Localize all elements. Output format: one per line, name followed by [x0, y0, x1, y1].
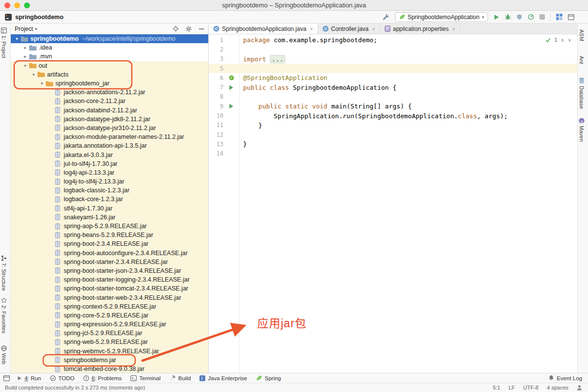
- fullscreen-window-button[interactable]: [24, 2, 30, 8]
- code-line[interactable]: 7public class SpringbootdemoApplication …: [209, 82, 577, 92]
- tree-item[interactable]: jakarta.el-3.0.3.jar: [11, 150, 208, 159]
- tool-button-maven[interactable]: mMaven: [579, 118, 585, 142]
- tree-item[interactable]: spring-boot-autoconfigure-2.3.4.RELEASE.…: [11, 249, 208, 258]
- close-icon[interactable]: ×: [372, 26, 375, 32]
- tree-item[interactable]: ▾springbootdemo_jar: [11, 79, 208, 88]
- tree-item[interactable]: ▸.mvn: [11, 52, 208, 61]
- tree-item[interactable]: spring-expression-5.2.9.RELEASE.jar: [11, 320, 208, 329]
- tree-item[interactable]: jul-to-slf4j-1.7.30.jar: [11, 159, 208, 168]
- code-line[interactable]: 8: [209, 92, 577, 102]
- chevron-down-icon[interactable]: ∨: [568, 37, 571, 43]
- tool-window-button-terminal[interactable]: Terminal: [126, 373, 165, 383]
- code-line[interactable]: 5: [209, 64, 577, 73]
- tree-item[interactable]: jackson-datatype-jdk8-2.11.2.jar: [11, 115, 208, 124]
- chevron-down-icon[interactable]: ▾: [39, 81, 45, 86]
- tool-window-button-6-problems[interactable]: 6: Problems: [79, 373, 126, 383]
- chevron-down-icon[interactable]: ▾: [35, 26, 37, 31]
- tool-button-ant[interactable]: Ant: [579, 56, 585, 64]
- tool-window-button-java-enterprise[interactable]: Java Enterprise: [195, 373, 251, 383]
- code-line[interactable]: 10 SpringApplication.run(SpringbootdemoA…: [209, 111, 577, 120]
- tree-item[interactable]: jakarta.annotation-api-1.3.5.jar: [11, 141, 208, 150]
- locate-file-icon[interactable]: [172, 26, 179, 32]
- tree-item[interactable]: slf4j-api-1.7.30.jar: [11, 204, 208, 213]
- close-window-button[interactable]: [4, 2, 10, 8]
- tree-item[interactable]: spring-boot-starter-logging-2.3.4.RELEAS…: [11, 275, 208, 284]
- tree-item[interactable]: logback-classic-1.2.3.jar: [11, 186, 208, 195]
- code-line[interactable]: 6@SpringBootApplication: [209, 73, 577, 82]
- chevron-down-icon[interactable]: ▾: [14, 36, 20, 41]
- debug-button[interactable]: [505, 14, 511, 20]
- status-item[interactable]: 4 spaces: [547, 385, 568, 391]
- inspections-profile-icon[interactable]: [577, 385, 582, 391]
- minimize-window-button[interactable]: [14, 2, 20, 8]
- event-log-button[interactable]: Event Log: [544, 373, 588, 383]
- tree-item[interactable]: logback-core-1.2.3.jar: [11, 195, 208, 204]
- code-line[interactable]: 3import ...: [209, 54, 577, 64]
- tool-button-7-structure[interactable]: 7: Structure: [1, 255, 7, 291]
- tree-item[interactable]: spring-web-5.2.9.RELEASE.jar: [11, 338, 208, 346]
- tree-item[interactable]: jackson-annotations-2.11.2.jar: [11, 88, 208, 97]
- tool-window-button-build[interactable]: Build: [165, 373, 196, 383]
- tool-window-switcher-icon[interactable]: [3, 375, 10, 381]
- code-editor[interactable]: 1package com.example.springbootdemo;23im…: [209, 34, 577, 373]
- run-gutter-icon[interactable]: [229, 104, 234, 109]
- hide-panel-icon[interactable]: [198, 26, 204, 32]
- close-icon[interactable]: ×: [452, 26, 455, 32]
- tree-item[interactable]: jackson-datatype-jsr310-2.11.2.jar: [11, 124, 208, 132]
- tree-item[interactable]: spring-boot-starter-tomcat-2.3.4.RELEASE…: [11, 284, 208, 293]
- editor-tab[interactable]: application.properties×: [380, 24, 461, 34]
- tree-item[interactable]: spring-context-5.2.9.RELEASE.jar: [11, 302, 208, 311]
- code-line[interactable]: 14: [209, 149, 577, 158]
- status-item[interactable]: UTF-8: [523, 385, 539, 391]
- tree-item[interactable]: spring-beans-5.2.9.RELEASE.jar: [11, 231, 208, 239]
- tree-item[interactable]: ▾springbootdemo~/workspace/intellij/spri…: [11, 34, 208, 43]
- code-line[interactable]: 11 }: [209, 121, 577, 130]
- tree-item[interactable]: spring-jcl-5.2.9.RELEASE.jar: [11, 329, 208, 338]
- profiler-button[interactable]: [528, 14, 534, 20]
- tool-button-2-favorites[interactable]: 2: Favorites: [1, 297, 7, 333]
- tree-item[interactable]: spring-boot-2.3.4.RELEASE.jar: [11, 239, 208, 248]
- status-item[interactable]: 5:1: [493, 385, 500, 391]
- chevron-up-icon[interactable]: ∧: [561, 37, 564, 43]
- tree-item[interactable]: log4j-api-2.13.3.jar: [11, 168, 208, 177]
- tree-item[interactable]: springbootdemo.jar: [11, 356, 208, 365]
- chevron-down-icon[interactable]: ▾: [30, 72, 37, 77]
- coverage-button[interactable]: [516, 14, 522, 20]
- inspection-widget[interactable]: 1 ∧ ∨: [545, 37, 571, 43]
- editor-tab[interactable]: CSpringbootdemoApplication.java×: [209, 24, 318, 34]
- editor-tab[interactable]: CController.java×: [318, 24, 380, 34]
- code-line[interactable]: 13}: [209, 139, 577, 149]
- tree-item[interactable]: tomcat-embed-core-9.0.38.jar: [11, 365, 208, 373]
- tool-window-icon[interactable]: [568, 14, 574, 20]
- tree-item[interactable]: spring-boot-starter-web-2.3.4.RELEASE.ja…: [11, 293, 208, 302]
- tree-item[interactable]: spring-aop-5.2.9.RELEASE.jar: [11, 222, 208, 231]
- tree-item[interactable]: ▸.idea: [11, 43, 208, 52]
- layout-grid-icon[interactable]: [556, 14, 563, 20]
- code-line[interactable]: 2: [209, 45, 577, 54]
- run-button[interactable]: [493, 14, 499, 20]
- project-tree[interactable]: ▾springbootdemo~/workspace/intellij/spri…: [11, 34, 208, 373]
- tree-item[interactable]: ▾artifacts: [11, 70, 208, 79]
- tool-button-1-project[interactable]: 1: Project: [1, 27, 7, 58]
- run-config-selector[interactable]: SpringbootdemoApplication ▾: [395, 12, 488, 22]
- tool-button-web[interactable]: Web: [1, 345, 7, 364]
- gear-icon[interactable]: [185, 26, 192, 32]
- chevron-right-icon[interactable]: ▸: [22, 45, 28, 50]
- tree-item[interactable]: spring-webmvc-5.2.9.RELEASE.jar: [11, 347, 208, 356]
- code-line[interactable]: 1package com.example.springbootdemo;: [209, 35, 577, 45]
- tree-item[interactable]: spring-boot-starter-2.3.4.RELEASE.jar: [11, 258, 208, 266]
- tree-item[interactable]: ▾out: [11, 61, 208, 70]
- tree-item[interactable]: spring-core-5.2.9.RELEASE.jar: [11, 311, 208, 320]
- chevron-right-icon[interactable]: ▸: [22, 54, 28, 59]
- tool-button-asm[interactable]: ASM: [579, 29, 585, 41]
- tool-window-button-spring[interactable]: Spring: [251, 373, 285, 383]
- tool-window-button-todo[interactable]: TODO: [46, 373, 79, 383]
- close-icon[interactable]: ×: [310, 26, 313, 32]
- tree-item[interactable]: snakeyaml-1.26.jar: [11, 213, 208, 222]
- tree-item[interactable]: spring-boot-starter-json-2.3.4.RELEASE.j…: [11, 266, 208, 275]
- code-line[interactable]: 12: [209, 130, 577, 139]
- tree-item[interactable]: jackson-module-parameter-names-2.11.2.ja…: [11, 132, 208, 141]
- tree-item[interactable]: jackson-core-2.11.2.jar: [11, 97, 208, 105]
- tool-window-button-4-run[interactable]: 4: Run: [13, 373, 46, 383]
- code-line[interactable]: 9 public static void main(String[] args)…: [209, 102, 577, 111]
